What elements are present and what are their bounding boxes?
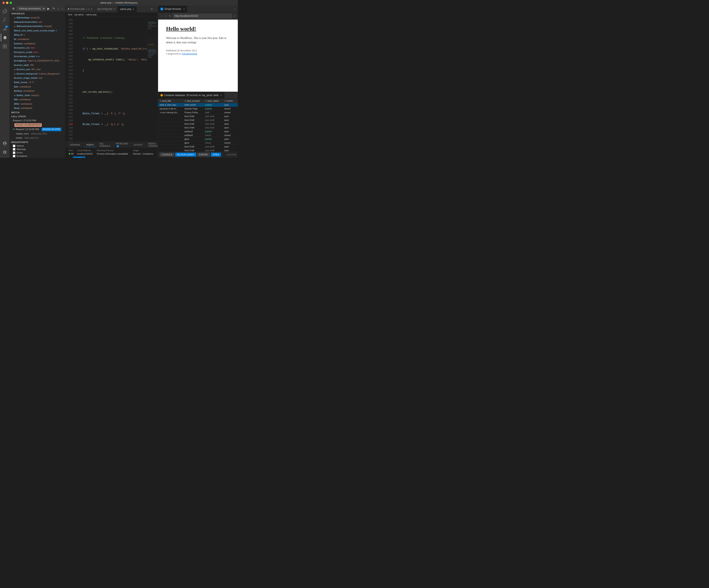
table-row[interactable]: asdfasdf inherit closed xyxy=(158,133,238,137)
call-stack-request2[interactable]: ▼ Request 2 (2:15:05 PM) PAUSED ON STEP xyxy=(9,127,65,132)
bp-exceptions[interactable]: Exceptions xyxy=(9,155,65,158)
var-editor-styles[interactable]: $editor_styles: array(1) xyxy=(9,93,65,98)
tab-wp-config[interactable]: wp-config.php × xyxy=(95,6,118,12)
var-classes[interactable]: $classes: uninitialized xyxy=(9,41,65,46)
browser-tab-close[interactable]: × xyxy=(183,7,185,10)
var-custom-bg[interactable]: $custom_background: Custom_Background xyxy=(9,72,65,76)
call-stack-request1[interactable]: Request 1 (2:15:02 PM) PAUSED ON BREAKPO… xyxy=(9,118,65,127)
var-compress-css[interactable]: $compress_css: false xyxy=(9,46,65,50)
split-editor-icon[interactable]: ⊟ xyxy=(151,7,153,10)
add-port-button[interactable]: Add Port xyxy=(73,157,85,158)
debug-step-into-btn[interactable]: ↓ xyxy=(57,6,60,11)
table-row[interactable]: Auto Draft auto-draft open xyxy=(158,126,238,130)
activity-debug[interactable] xyxy=(1,33,9,41)
browser-url-input[interactable] xyxy=(173,14,232,18)
db-more-icon[interactable]: ··· xyxy=(234,94,236,97)
port-row-80[interactable]: 80 localhost:63410 Process information u… xyxy=(67,152,156,156)
table-row[interactable]: Auto Draft auto-draft open xyxy=(158,122,238,126)
window-controls[interactable] xyxy=(2,2,12,4)
var-c[interactable]: $c: uninitialized xyxy=(9,37,65,41)
table-row[interactable]: >c<p><strong cla... Privacy Policy draft… xyxy=(158,111,238,114)
debug-step-over-btn[interactable]: ↷ xyxy=(51,6,56,11)
var-date-format[interactable]: $date_format: "j F Y" xyxy=(9,80,65,85)
export-button[interactable]: EXPORT xyxy=(197,152,210,157)
browser-back-btn[interactable]: ← xyxy=(160,15,163,18)
database-tabs: Container database: 20 records on 'wp_po… xyxy=(158,92,238,99)
table-row[interactable]: tgest inherit closed xyxy=(158,141,238,145)
browser-more-icon[interactable]: ··· xyxy=(234,7,236,10)
activity-settings[interactable] xyxy=(1,148,9,156)
var-block-core[interactable]: $block_core_latest_posts_excerpt_length:… xyxy=(9,29,65,33)
var-custom-image-header[interactable]: $custom_image_header: null xyxy=(9,76,65,80)
var-die[interactable]: $die: uninitialized xyxy=(9,85,65,89)
tab-output[interactable]: OUTPUT xyxy=(131,143,145,147)
bc-admin-php[interactable]: admin.php xyxy=(86,13,97,16)
var-allowedxmlnameidentities[interactable]: $allowedxmlnameidentities: array(5) xyxy=(9,24,65,29)
call-stack-header-bar[interactable]: CALL STACK xyxy=(9,114,65,118)
debug-step-out-btn[interactable]: ↑ xyxy=(61,6,64,11)
var-blogid[interactable]: $blog_id: 1 xyxy=(9,33,65,37)
debug-settings-btn[interactable]: ⚙ xyxy=(11,6,16,11)
tab-functions-close[interactable]: × xyxy=(91,7,92,10)
console-button[interactable]: CONSOLE xyxy=(160,152,175,157)
bp-warnings[interactable]: Warnings xyxy=(9,148,65,151)
var-file[interactable]: $file: uninitialized xyxy=(9,97,65,102)
table-row[interactable]: tgest publish open xyxy=(158,137,238,141)
table-row[interactable]: Auto Draft auto-draft open xyxy=(158,148,238,151)
tab-sql-console[interactable]: SQL CONSOLE xyxy=(97,142,112,148)
variables-header-bar[interactable]: VARIABLES xyxy=(9,11,65,16)
browser-refresh-btn[interactable]: ↻ xyxy=(169,15,171,18)
debug-continue-btn[interactable]: ▶ xyxy=(46,6,51,11)
var-editing[interactable]: $editing: uninitialized xyxy=(9,89,65,93)
tab-wp-config-close[interactable]: × xyxy=(113,7,115,10)
table-row[interactable]: pecause it will st... Sample Page publis… xyxy=(158,107,238,111)
browser-tab-active[interactable]: S Simple Browser × xyxy=(158,6,187,12)
var-current-user[interactable]: $current_user: WP_User xyxy=(9,67,65,72)
browser-open-external-btn[interactable]: ⤢ xyxy=(233,15,236,18)
watch-header-bar[interactable]: WATCH xyxy=(9,110,65,114)
var-filter[interactable]: $filter: uninitialized xyxy=(9,102,65,106)
code-content[interactable]: // Schedule transient cleanup. if ( ! wp… xyxy=(75,17,147,142)
maximize-button[interactable] xyxy=(9,2,12,4)
activity-source-control[interactable]: 1 xyxy=(1,25,9,33)
debug-config-dropdown[interactable]: Xdebug (workspace) xyxy=(17,6,46,11)
var-concatenate-scripts[interactable]: $concatenate_scripts: true xyxy=(9,54,65,59)
activity-explorer[interactable] xyxy=(1,7,9,15)
database-tab-active[interactable]: Container database: 20 records on 'wp_po… xyxy=(158,92,225,99)
open-button[interactable]: OPEN xyxy=(211,152,221,157)
bc-html[interactable]: html xyxy=(68,13,72,16)
var-help[interactable]: $help: uninitialized xyxy=(9,106,65,110)
var-content-width[interactable]: $content_width: 750 xyxy=(9,63,65,67)
tab-problems[interactable]: PROBLEMS 1 xyxy=(113,142,130,148)
call-stack-frame-main[interactable]: {main} index.php 10:1 xyxy=(9,136,65,140)
tab-admin-close[interactable]: × xyxy=(132,8,134,10)
breakpoints-header-bar[interactable]: BREAKPOINTS xyxy=(9,140,65,144)
close-button[interactable] xyxy=(2,2,5,4)
table-row[interactable]: asdfasdf publish open xyxy=(158,130,238,133)
var-configextra[interactable]: $configExtra: "http://'.$_SERVER['HTTP_H… xyxy=(9,59,65,63)
table-row[interactable]: Auto Draft auto-draft open xyxy=(158,114,238,118)
var-compress-scripts[interactable]: $compress_scripts: false xyxy=(9,50,65,55)
table-row[interactable]: Auto Draft auto-draft open xyxy=(158,118,238,122)
tab-terminal[interactable]: TERMINAL xyxy=(67,143,83,147)
bp-errors[interactable]: Errors xyxy=(9,151,65,155)
bp-notices[interactable]: Notices xyxy=(9,144,65,148)
tab-admin[interactable]: admin.php × xyxy=(118,6,137,12)
tab-ports[interactable]: PORTS xyxy=(84,143,96,147)
table-row[interactable]: elete it, then star... Hello world! publ… xyxy=(158,103,238,107)
call-stack-frame-require[interactable]: require_once admin.php 134:1 xyxy=(9,132,65,136)
activity-account[interactable] xyxy=(1,139,9,147)
activity-search[interactable] xyxy=(1,16,9,24)
activity-extensions[interactable] xyxy=(1,43,9,50)
table-row[interactable]: Auto Draft auto-draft open xyxy=(158,145,238,148)
bc-wp-admin[interactable]: wp-admin xyxy=(74,13,84,16)
var-allowedtags[interactable]: $allowedtags: array(14) xyxy=(9,16,65,20)
database-tab-close[interactable]: × xyxy=(220,94,222,97)
more-actions-icon[interactable]: ··· xyxy=(154,7,156,10)
browser-forward-btn[interactable]: → xyxy=(164,15,167,18)
var-allowedxmlnamentities[interactable]: $allowedxmlnamentities: null xyxy=(9,20,65,24)
tab-functions[interactable]: functions.php 1, U × xyxy=(65,6,95,12)
rerun-query-button[interactable]: RE-RUN QUERY xyxy=(175,152,196,157)
minimize-button[interactable] xyxy=(6,2,8,4)
browser-meta-category-link[interactable]: Uncategorised xyxy=(182,52,197,55)
